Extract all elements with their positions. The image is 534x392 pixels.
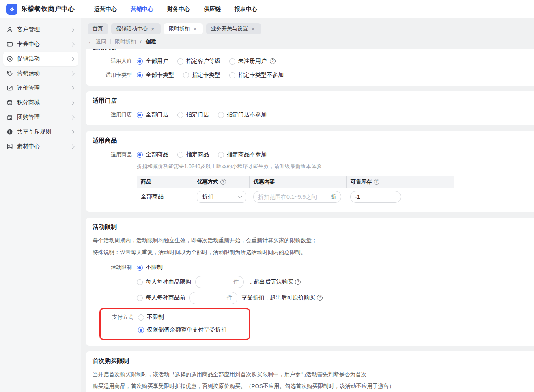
nav-reports[interactable]: 报表中心 [235, 6, 257, 13]
close-tab-icon[interactable] [193, 26, 198, 31]
radio-all-products[interactable]: 全部商品 [137, 151, 168, 158]
nav-finance[interactable]: 财务中心 [167, 6, 190, 13]
sidebar-item-reviews[interactable]: 评价管理 [3, 81, 78, 95]
radio-specified-card-types[interactable]: 指定卡类型 [183, 71, 220, 79]
section-products: 适用商品 适用商品 全部商品 指定商品 [86, 131, 534, 212]
radio-no-limit[interactable]: 不限制 [137, 264, 163, 271]
radio-unregistered-users[interactable]: 未注册用户 [229, 58, 276, 65]
sidebar-item-group-buy[interactable]: 团购管理 [3, 110, 78, 125]
back-arrow-icon: ← [88, 38, 94, 45]
discount-content-field: 折 [253, 191, 341, 203]
discount-content-input[interactable] [258, 194, 328, 200]
chevron-right-icon [71, 71, 75, 75]
radio-specified-stores[interactable]: 指定门店 [177, 111, 209, 118]
field-label: 适用门店 [93, 111, 132, 118]
field-label: 适用人群 [93, 58, 132, 65]
user-icon [6, 26, 13, 33]
help-icon[interactable] [317, 295, 323, 301]
product-cell: 全部商品 [137, 193, 193, 200]
tab-flash-discount[interactable]: 限时折扣 [164, 23, 203, 34]
unit-suffix: 折 [331, 193, 336, 200]
chevron-right-icon [71, 42, 75, 46]
sidebar-item-promotions[interactable]: 促销活动 [3, 52, 78, 66]
radio-all-users[interactable]: 全部用户 [137, 58, 168, 65]
radio-icon [229, 72, 235, 78]
sidebar-item-marketing-activities[interactable]: 营销活动 [3, 66, 78, 81]
nav-supply-chain[interactable]: 供应链 [204, 6, 221, 13]
tab-home[interactable]: 首页 [88, 23, 108, 34]
nav-operations[interactable]: 运营中心 [94, 6, 117, 13]
sidebar-item-customers[interactable]: 客户管理 [3, 22, 78, 37]
main-area: 首页 促销活动中心 限时折扣 业务开关与设置 [81, 18, 534, 392]
discount-method-select[interactable]: 折扣 [197, 191, 246, 203]
chevron-right-icon [71, 101, 75, 105]
radio-specified-customer-level[interactable]: 指定客户等级 [177, 58, 220, 65]
col-discount-method: 优惠方式 [193, 176, 249, 188]
radio-payment-no-limit[interactable]: 不限制 [138, 314, 164, 321]
radio-first-n-discount[interactable]: 每人每种商品前 [137, 294, 185, 302]
back-button[interactable]: ← 返回 [88, 38, 106, 45]
table-header-row: 商品 优惠方式 优惠内容 可售库存 [137, 176, 454, 188]
radio-icon [137, 265, 143, 271]
card-icon [6, 41, 13, 47]
section-stores: 适用门店 适用门店 全部门店 指定门店 [86, 91, 534, 125]
limit-quantity-input[interactable] [200, 279, 231, 285]
chevron-right-icon [71, 28, 75, 32]
top-nav: 运营中心 营销中心 财务中心 供应链 报表中心 [94, 6, 257, 13]
unit-suffix: 件 [233, 278, 239, 286]
radio-icon [138, 314, 144, 321]
section-heading: 适用门店 [93, 97, 532, 105]
sidebar: 客户管理 卡券中心 促销活动 营销活动 [0, 18, 81, 392]
help-icon[interactable] [220, 179, 226, 185]
chevron-right-icon [71, 144, 75, 149]
help-icon[interactable] [374, 179, 379, 185]
rules-icon [6, 129, 13, 135]
field-label: 适用卡类型 [93, 71, 132, 79]
sidebar-item-shared-rules[interactable]: 共享互斥规则 [3, 125, 78, 139]
tab-strip: 首页 促销活动中心 限时折扣 业务开关与设置 [81, 18, 534, 49]
sidebar-item-points-mall[interactable]: 积分商城 [3, 95, 78, 110]
help-icon[interactable] [295, 279, 301, 285]
first-n-quantity-input[interactable] [194, 295, 224, 301]
col-product: 商品 [137, 176, 193, 188]
field-label: 活动限制 [93, 264, 132, 271]
radio-limit-per-person[interactable]: 每人每种商品限购 [137, 278, 191, 286]
first-n-quantity-field: 件 [189, 292, 237, 304]
radio-icon [137, 295, 143, 301]
radio-icon [137, 152, 143, 158]
radio-icon [138, 327, 144, 333]
radio-all-card-types[interactable]: 全部卡类型 [137, 71, 174, 79]
radio-icon [218, 152, 224, 158]
radio-stores-excluded[interactable]: 指定门店不参加 [218, 111, 267, 118]
chevron-right-icon [71, 115, 75, 119]
breadcrumb-current: 创建 [146, 38, 156, 45]
section-heading: 活动限制 [93, 223, 532, 231]
section-activity-limits: 活动限制 每个活动周期内，活动限制均独立生效，即每次活动重新开始，会重新计算买家… [86, 218, 534, 346]
nav-marketing[interactable]: 营销中心 [131, 6, 153, 13]
limits-desc-line2: 特殊说明：设置每天重复，活动时间段为全部时，活动限制为所选活动时间内的总限制。 [93, 248, 532, 257]
radio-products-excluded[interactable]: 指定商品不参加 [218, 151, 267, 158]
radio-specified-products[interactable]: 指定商品 [177, 151, 209, 158]
help-icon[interactable] [270, 58, 276, 64]
radio-icon [177, 112, 183, 118]
radio-all-stores[interactable]: 全部门店 [137, 111, 168, 118]
col-empty [403, 176, 454, 188]
divider [110, 39, 111, 44]
stock-field [350, 191, 401, 203]
stock-input[interactable] [355, 194, 396, 200]
close-tab-icon[interactable] [151, 26, 156, 31]
tab-promotion-center[interactable]: 促销活动中心 [111, 23, 161, 34]
close-tab-icon[interactable] [251, 26, 256, 31]
breadcrumb-parent[interactable]: 限时折扣 [115, 38, 136, 45]
radio-icon [229, 58, 235, 65]
section-audience: 适用人群 适用人群 全部用户 指定客户等级 [86, 49, 534, 86]
table-row: 全部商品 折扣 折 [137, 188, 454, 206]
sidebar-item-assets[interactable]: 素材中心 [3, 139, 78, 154]
radio-card-types-excluded[interactable]: 指定卡类型不参加 [229, 71, 284, 79]
tab-business-settings[interactable]: 业务开关与设置 [206, 23, 261, 34]
radio-icon [218, 112, 224, 118]
sidebar-item-cards[interactable]: 卡券中心 [3, 37, 78, 52]
radio-payment-stored-value-only[interactable]: 仅限储值余额整单支付享受折扣 [138, 326, 226, 334]
radio-icon [183, 72, 189, 78]
points-icon [6, 99, 13, 106]
